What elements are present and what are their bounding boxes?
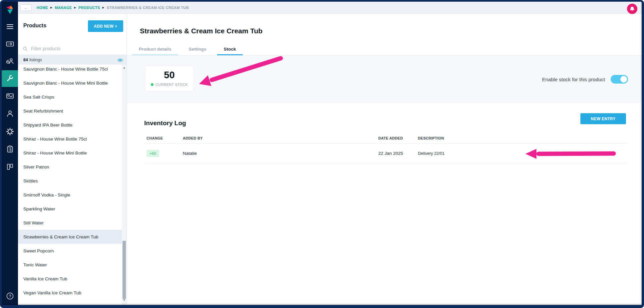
list-item[interactable]: Still Water	[18, 216, 122, 230]
main-content: Strawberries & Cream Ice Cream Tub Produ…	[127, 14, 642, 305]
filter-products-input[interactable]	[30, 46, 110, 52]
search-icon	[23, 46, 28, 51]
column-date-added: DATE ADDED	[378, 136, 418, 140]
clipboard-icon[interactable]	[6, 145, 14, 154]
enable-stock-row: Enable stock for this product	[542, 75, 628, 84]
breadcrumb-manage[interactable]: MANAGE	[55, 6, 72, 10]
list-item[interactable]: Sea Salt Crisps	[18, 90, 122, 104]
breadcrumb-separator-icon: ▶	[51, 6, 53, 9]
tools-icon[interactable]	[6, 74, 14, 83]
help-icon[interactable]: ?	[6, 292, 14, 300]
list-item[interactable]: Smirnoff Vodka - Single	[18, 188, 122, 202]
list-item[interactable]: White Zinfandel - House Wine Bottle 75cl	[18, 300, 122, 305]
notifications-button[interactable]	[627, 4, 637, 14]
tab-stock[interactable]: Stock	[217, 40, 243, 56]
listings-count: 84	[23, 58, 28, 62]
list-item[interactable]: Silver Patron	[18, 160, 122, 174]
layout-boards-icon[interactable]	[6, 162, 14, 171]
inventory-log-heading: Inventory Log	[144, 120, 186, 127]
back-arrow-icon: ←	[24, 6, 28, 10]
back-button[interactable]: ←	[20, 4, 32, 11]
brand-logo-icon[interactable]	[5, 5, 15, 16]
breadcrumb-home[interactable]: HOME	[37, 6, 48, 10]
list-item[interactable]: Tonic Water	[18, 258, 122, 272]
filter-row	[18, 43, 127, 55]
panel-title: Products	[23, 23, 46, 29]
tab-settings[interactable]: Settings	[182, 40, 213, 56]
list-item[interactable]: Skittles	[18, 174, 122, 188]
list-item[interactable]: Strawberries & Cream Ice Cream Tub	[18, 230, 122, 244]
toggle-knob	[620, 76, 627, 83]
current-stock-value: 50	[145, 70, 193, 81]
bell-icon	[630, 6, 635, 12]
inventory-log-table: CHANGE ADDED BY DATE ADDED DESCRIPTION +…	[144, 133, 628, 163]
inventory-log-header: CHANGE ADDED BY DATE ADDED DESCRIPTION	[144, 133, 628, 144]
table-row: +50 Natalie 22 Jan 2025 Delivery 22/01	[144, 144, 628, 163]
scroll-up-icon[interactable]: ▲	[122, 65, 127, 70]
breadcrumb: HOME ▶ MANAGE ▶ PRODUCTS ▶ STRAWBERRIES …	[37, 6, 189, 10]
settings-gear-icon[interactable]	[6, 127, 14, 136]
list-item[interactable]: Sweet Popcorn	[18, 244, 122, 258]
visibility-eye-icon[interactable]	[117, 58, 123, 63]
new-entry-button[interactable]: NEW ENTRY	[580, 113, 626, 124]
products-panel: Products ADD NEW + 84 listings Sauvignon…	[18, 14, 127, 305]
customer-orders-icon[interactable]	[6, 57, 14, 66]
listings-count-bar: 84 listings	[18, 55, 127, 65]
listings-label: listings	[29, 58, 42, 62]
stock-summary-section: 50 CURRENT STOCK Enable stock for this p…	[127, 56, 642, 103]
list-item[interactable]: Shipyard IPA Beer Bottle	[18, 118, 122, 132]
scrollbar-thumb[interactable]	[123, 241, 126, 299]
added-by-cell: Natalie	[183, 151, 378, 156]
product-list-scrollbar[interactable]: ▲ ▼	[122, 65, 127, 305]
list-item[interactable]: Vegan Vanilla Ice Cream Tub	[18, 286, 122, 300]
stock-status-dot	[151, 83, 154, 86]
list-item[interactable]: Sauvignon Blanc - House Wine Mini Bottle	[18, 76, 122, 90]
page-title: Strawberries & Cream Ice Cream Tub	[140, 27, 262, 35]
tab-bar: Product details Settings Stock	[132, 40, 247, 56]
topbar: ← HOME ▶ MANAGE ▶ PRODUCTS ▶ STRAWBERRIE…	[18, 2, 642, 14]
epos-display-icon[interactable]	[6, 92, 14, 101]
list-item[interactable]: Shiraz - House Wine Bottle 75cl	[18, 132, 122, 146]
breadcrumb-separator-icon: ▶	[74, 6, 76, 9]
account-icon[interactable]	[6, 109, 14, 118]
svg-text:?: ?	[9, 294, 11, 299]
description-cell: Delivery 22/01	[418, 151, 628, 156]
date-added-cell: 22 Jan 2025	[378, 151, 418, 156]
breadcrumb-separator-icon: ▶	[102, 6, 104, 9]
current-stock-card: 50 CURRENT STOCK	[145, 66, 194, 92]
column-added-by: ADDED BY	[183, 136, 378, 140]
scroll-down-icon[interactable]: ▼	[122, 298, 127, 302]
list-item[interactable]: Sparkling Water	[18, 202, 122, 216]
tab-product-details[interactable]: Product details	[132, 40, 178, 56]
tickets-icon[interactable]	[6, 40, 14, 48]
current-stock-label: CURRENT STOCK	[145, 83, 193, 87]
breadcrumb-current-page: STRAWBERRIES & CREAM ICE CREAM TUB	[107, 6, 189, 10]
column-description: DESCRIPTION	[418, 136, 628, 140]
menu-icon[interactable]	[6, 22, 14, 31]
enable-stock-toggle[interactable]	[611, 75, 628, 84]
product-list: Sauvignon Blanc - House Wine Bottle 75cl…	[18, 62, 122, 305]
breadcrumb-products[interactable]: PRODUCTS	[79, 6, 100, 10]
column-change: CHANGE	[144, 136, 183, 140]
change-badge: +50	[147, 150, 159, 157]
list-item[interactable]: Shiraz - House Wine Mini Bottle	[18, 146, 122, 160]
add-new-button[interactable]: ADD NEW +	[88, 20, 123, 32]
app-window: ? ← HOME ▶ MANAGE ▶ PRODUCTS ▶ STRAWBERR…	[0, 0, 644, 308]
list-item[interactable]: Vanilla Ice Cream Tub	[18, 272, 122, 286]
enable-stock-label: Enable stock for this product	[542, 77, 605, 82]
list-item[interactable]: Seat Refurbishment	[18, 104, 122, 118]
sidebar: ?	[2, 2, 18, 305]
